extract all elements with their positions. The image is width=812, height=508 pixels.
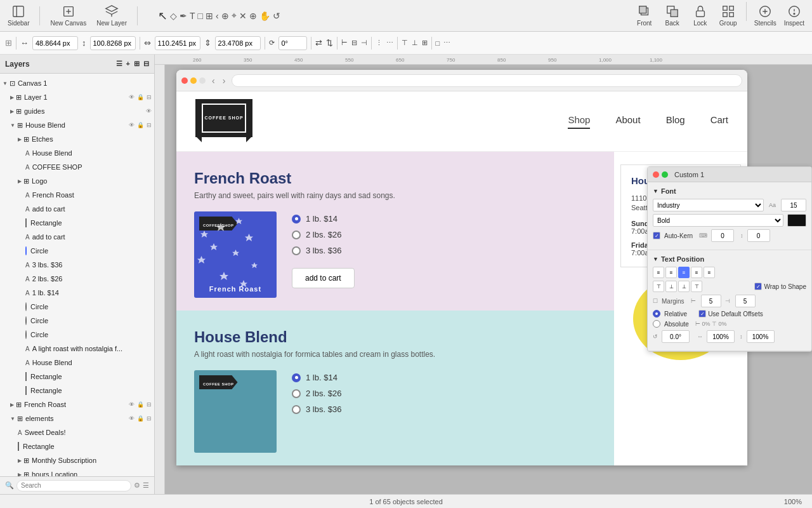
layer-rectangle1[interactable]: Rectangle (0, 216, 154, 230)
shape-tool[interactable]: □ (198, 11, 203, 21)
layer-circle2[interactable]: Circle (0, 300, 154, 314)
font-color-swatch[interactable] (787, 214, 806, 227)
add-to-cart-btn1[interactable]: add to cart (292, 268, 355, 288)
w-input[interactable] (155, 36, 200, 50)
h-input[interactable] (215, 36, 261, 50)
product1-option-3lb[interactable]: 3 lbs. $36 (292, 246, 355, 255)
nav-shop[interactable]: Shop (568, 114, 590, 129)
layer-house-blend2[interactable]: A House Blend (0, 356, 154, 370)
layer-light-roast[interactable]: A A light roast with nostalgia f... (0, 342, 154, 356)
valign-mid-btn[interactable]: ⊥ (665, 281, 677, 292)
elem-lock-icon[interactable]: 🔒 (137, 415, 144, 422)
back-button[interactable]: Back (660, 2, 685, 29)
new-layer-button[interactable]: New Layer (94, 2, 129, 29)
nav-cart[interactable]: Cart (710, 114, 728, 129)
elem-eye-icon[interactable]: 👁 (129, 415, 134, 422)
custom-panel-close-btn[interactable] (653, 171, 659, 178)
elem-arr-icon[interactable]: ⊟ (147, 415, 152, 422)
layers-bottom-icon[interactable]: ☰ (143, 481, 149, 490)
align-bottom-icon[interactable]: ⊞ (422, 39, 428, 47)
layer-sweet-deals[interactable]: A Sweet Deals! (0, 425, 154, 439)
relative-radio[interactable] (653, 310, 660, 318)
settings-icon[interactable]: ⚙ (134, 481, 140, 490)
select-tool[interactable]: ↖ (158, 9, 167, 23)
layer-elements-group[interactable]: ▼ ⊞ elements 👁 🔒 ⊟ (0, 411, 154, 425)
group-button[interactable]: Group (716, 2, 741, 29)
layers-delete-btn[interactable]: ⊟ (143, 60, 149, 68)
kern-input[interactable] (711, 229, 734, 242)
absolute-radio[interactable] (653, 320, 660, 328)
valign-top-btn[interactable]: ⊤ (653, 281, 664, 292)
layer-rect4[interactable]: Rectangle (0, 439, 154, 453)
layer-house-blend-group[interactable]: ▼ ⊞ House Blend 👁 🔒 ⊟ (0, 118, 154, 132)
inspect-button[interactable]: Inspect (782, 2, 807, 29)
arrange-icon[interactable]: □ (436, 39, 440, 47)
align-left-icon[interactable]: ⊢ (341, 39, 348, 47)
x-input[interactable] (32, 36, 78, 50)
y-input[interactable] (90, 36, 136, 50)
radio2-2lb[interactable] (292, 389, 301, 398)
layer-circle-blue[interactable]: Circle (0, 244, 154, 258)
fr-lock-icon[interactable]: 🔒 (137, 401, 144, 408)
browser-back-btn[interactable]: ‹ (209, 76, 218, 86)
hb-eye-icon[interactable]: 👁 (129, 122, 134, 128)
ruler-toggle-icon[interactable]: ⊞ (5, 38, 12, 48)
hb-lock-icon[interactable]: 🔒 (137, 122, 144, 128)
rotation-panel-input[interactable] (662, 330, 690, 343)
pen-tool[interactable]: ✒ (180, 11, 187, 21)
left-arrow-tool[interactable]: ‹ (216, 11, 219, 21)
margin-right-input[interactable] (735, 295, 756, 307)
browser-dot-gray[interactable] (199, 77, 206, 84)
canvas-area[interactable]: 260 350 450 550 650 750 850 950 1,000 1,… (155, 55, 812, 494)
font-size-input[interactable] (781, 199, 806, 211)
fr-eye-icon[interactable]: 👁 (129, 401, 134, 408)
node-tool[interactable]: ◇ (170, 11, 177, 21)
hb-arr-icon[interactable]: ⊟ (147, 122, 152, 128)
radio2-3lb[interactable] (292, 405, 301, 414)
dist-h-icon[interactable]: ⋮ (376, 39, 383, 47)
layers-add-btn[interactable]: + (126, 60, 130, 68)
layer-add-cart1[interactable]: A add to cart (0, 202, 154, 216)
dist-v-icon[interactable]: ⋯ (386, 39, 393, 47)
layer-search-input[interactable] (16, 480, 131, 491)
erase-tool[interactable]: ✕ (239, 11, 247, 21)
leading-input[interactable] (747, 229, 770, 242)
new-canvas-button[interactable]: New Canvas (48, 2, 89, 29)
rotation-input[interactable] (278, 36, 307, 50)
radio2-1lb[interactable] (292, 373, 301, 382)
use-default-checkbox[interactable] (698, 310, 706, 318)
brush-tool[interactable]: ⌖ (232, 10, 237, 21)
layer-rect3[interactable]: Rectangle (0, 384, 154, 398)
layer-etches[interactable]: ▶ ⊞ Etches (0, 132, 154, 146)
layers-options-btn[interactable]: ☰ (116, 60, 122, 68)
flip-h-icon[interactable]: ⇄ (315, 38, 322, 48)
more-icon[interactable]: ⋯ (443, 39, 450, 47)
zoom-in-tool[interactable]: ⊕ (249, 11, 257, 21)
layer-circle4[interactable]: Circle (0, 328, 154, 342)
layer-canvas1[interactable]: ▼ ⊡ Canvas 1 (0, 76, 154, 90)
layer1-lock-icon[interactable]: 🔒 (137, 94, 144, 100)
radio-1lb[interactable] (292, 215, 301, 224)
table-tool[interactable]: ⊞ (206, 11, 213, 21)
align-right-icon[interactable]: ⊣ (361, 39, 367, 47)
align-left-btn[interactable]: ≡ (653, 267, 664, 278)
layer-french-roast-group[interactable]: ▶ ⊞ French Roast 👁 🔒 ⊟ (0, 398, 154, 411)
layer-guides[interactable]: ▶ ⊞ guides 👁 (0, 104, 154, 118)
align-middle-icon[interactable]: ⊥ (412, 39, 418, 47)
layer-monthly-sub[interactable]: ▶ ⊞ Monthly Subscription (0, 453, 154, 467)
font-family-select[interactable]: Industry (653, 199, 764, 211)
layer-rect2[interactable]: Rectangle (0, 370, 154, 384)
product1-option-2lb[interactable]: 2 lbs. $26 (292, 230, 355, 239)
valign-bot-btn[interactable]: ⊥ (678, 281, 690, 292)
browser-dot-red[interactable] (181, 77, 188, 84)
flip-v-icon[interactable]: ⇅ (326, 38, 333, 48)
font-weight-select[interactable]: Bold (653, 214, 783, 227)
layer1-arrange-icon[interactable]: ⊟ (147, 94, 152, 100)
margin-left-input[interactable] (701, 295, 721, 307)
layer-2lbs[interactable]: A 2 lbs. $26 (0, 272, 154, 286)
valign-4-btn[interactable]: ⊤ (691, 281, 702, 292)
product2-option-2lb[interactable]: 2 lbs. $26 (292, 389, 341, 398)
rotate-tool[interactable]: ↺ (273, 11, 280, 21)
align-right-btn[interactable]: ≡ (691, 267, 702, 278)
front-button[interactable]: Front (632, 2, 657, 29)
